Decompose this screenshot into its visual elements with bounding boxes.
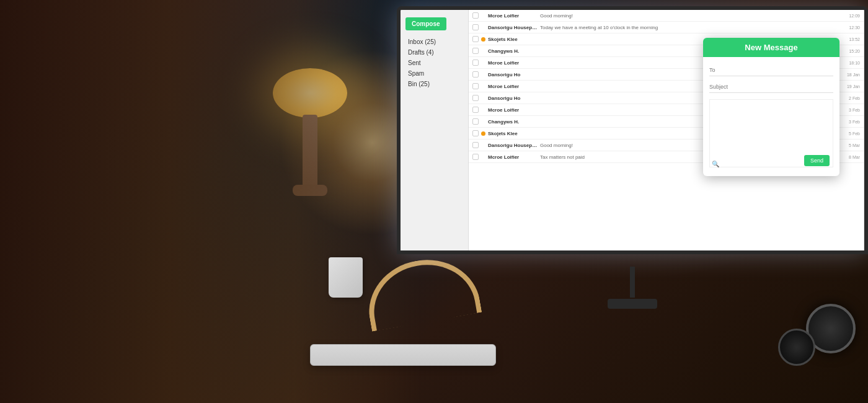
email-status-dot (481, 84, 485, 89)
new-message-dialog: New Message 🔍 Send (703, 38, 839, 176)
new-message-body: 🔍 Send (703, 57, 839, 176)
email-status-dot (481, 108, 485, 112)
monitor: Compose Inbox (25) Drafts (4) Sent Spam … (397, 6, 868, 273)
sidebar-item-spam[interactable]: Spam (401, 68, 468, 79)
email-checkbox[interactable] (472, 107, 479, 113)
email-checkbox[interactable] (472, 154, 479, 160)
email-status-dot (481, 25, 485, 30)
email-preview: Today we have a meeting at 10 o'clock in… (540, 25, 830, 30)
email-preview: Good morning! (540, 13, 830, 19)
email-sender: Mcroe Loifier (488, 154, 538, 160)
email-time: 12:09 (832, 14, 860, 18)
email-sender: Dansorigu Ho (488, 95, 538, 101)
person-silhouette (0, 0, 422, 403)
send-button[interactable]: Send (804, 155, 830, 166)
email-checkbox[interactable] (472, 48, 479, 54)
background-scene: Compose Inbox (25) Drafts (4) Sent Spam … (0, 0, 868, 403)
email-status-dot (481, 96, 485, 100)
email-sender: Mcroe Loifier (488, 60, 538, 66)
email-status-dot (481, 49, 485, 53)
monitor-stand (630, 267, 635, 298)
email-sender: Mcroe Loifier (488, 107, 538, 113)
email-checkbox[interactable] (472, 83, 479, 89)
email-status-dot (481, 120, 485, 124)
email-sender: Mcroe Loifier (488, 84, 538, 89)
email-status-dot (481, 14, 485, 18)
email-checkbox[interactable] (472, 24, 479, 30)
sidebar-item-sent[interactable]: Sent (401, 58, 468, 68)
email-sender: Dansorigu Housepok (488, 143, 538, 148)
email-sender: Changyws H. (488, 119, 538, 125)
email-time: 12:30 (832, 25, 860, 30)
email-status-dot (481, 37, 485, 42)
email-sender: Skojets Klee (488, 37, 538, 42)
email-sender: Mcroe Loifier (488, 13, 538, 19)
to-field[interactable] (709, 64, 833, 76)
email-row[interactable]: Mcroe LoifierGood morning!12:09 (469, 10, 864, 22)
email-checkbox[interactable] (472, 36, 479, 42)
email-sender: Skojets Klee (488, 131, 538, 136)
email-status-dot (481, 73, 485, 77)
monitor-base (608, 299, 657, 309)
message-body-wrapper: 🔍 Send (709, 99, 833, 170)
sidebar-item-drafts[interactable]: Drafts (4) (401, 47, 468, 58)
mug (329, 257, 363, 298)
attach-icon: 🔍 (712, 161, 719, 167)
monitor-screen: Compose Inbox (25) Drafts (4) Sent Spam … (397, 6, 868, 254)
email-checkbox[interactable] (472, 71, 479, 78)
sidebar-item-inbox[interactable]: Inbox (25) (401, 37, 468, 47)
email-checkbox[interactable] (472, 60, 479, 66)
subject-field[interactable] (709, 81, 833, 93)
email-checkbox[interactable] (472, 130, 479, 136)
compose-button[interactable]: Compose (405, 17, 446, 30)
email-status-dot (481, 61, 485, 65)
email-sender: Dansorigu Ho (488, 72, 538, 78)
camera-lens-2 (778, 329, 815, 366)
email-row[interactable]: Dansorigu HousepokToday we have a meetin… (469, 22, 864, 33)
new-message-title: New Message (703, 38, 839, 57)
email-status-dot (481, 143, 485, 148)
keyboard (310, 344, 496, 366)
email-checkbox[interactable] (472, 95, 479, 101)
email-sender: Dansorigu Housepok (488, 25, 538, 30)
email-checkbox[interactable] (472, 142, 479, 148)
email-status-dot (481, 131, 485, 136)
email-status-dot (481, 155, 485, 159)
email-sidebar: Compose Inbox (25) Drafts (4) Sent Spam … (401, 10, 469, 250)
email-checkbox[interactable] (472, 12, 479, 19)
sidebar-item-bin[interactable]: Bin (25) (401, 79, 468, 89)
email-checkbox[interactable] (472, 118, 479, 125)
email-sender: Changyws H. (488, 48, 538, 54)
